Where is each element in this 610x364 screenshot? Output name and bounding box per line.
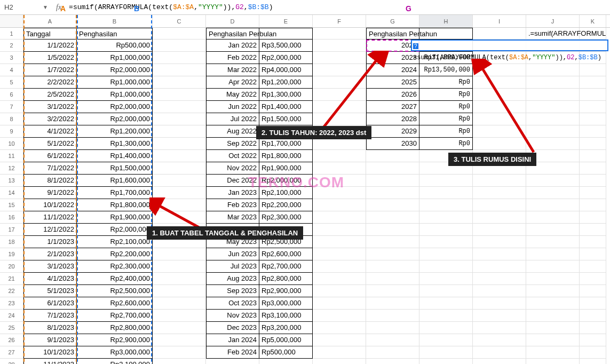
- cell-I21[interactable]: [473, 273, 526, 285]
- cell-K17[interactable]: [580, 224, 606, 236]
- cell-H25[interactable]: [419, 322, 473, 334]
- cell-D28[interactable]: [206, 359, 259, 364]
- cell-K15[interactable]: [580, 199, 606, 211]
- cell-A5[interactable]: 2/2/2022: [23, 76, 77, 89]
- cell-I18[interactable]: [473, 236, 526, 248]
- cell-B20[interactable]: Rp2,300,000: [77, 260, 153, 273]
- row-header-2[interactable]: 2: [0, 39, 23, 52]
- cell-C17[interactable]: [153, 224, 206, 236]
- cell-K7[interactable]: [580, 101, 606, 113]
- cell-E16[interactable]: Rp2,300,000: [259, 211, 313, 224]
- cell-D2[interactable]: Jan 2022: [206, 39, 259, 52]
- cell-H28[interactable]: [419, 359, 473, 364]
- cell-B28[interactable]: Rp3,100,000: [77, 359, 153, 364]
- col-header-C[interactable]: C: [153, 15, 206, 27]
- cell-C12[interactable]: [153, 162, 206, 175]
- cell-J22[interactable]: [526, 285, 580, 297]
- cell-E8[interactable]: Rp1,500,000: [259, 113, 313, 125]
- cell-I6[interactable]: [473, 89, 526, 101]
- cell-C23[interactable]: [153, 297, 206, 310]
- cell-C6[interactable]: [153, 89, 206, 101]
- cell-D27[interactable]: Feb 2024: [206, 346, 259, 359]
- cell-B7[interactable]: Rp2,000,000: [77, 101, 153, 113]
- cell-J19[interactable]: [526, 248, 580, 260]
- cell-B17[interactable]: Rp2,000,000: [77, 224, 153, 236]
- row-header-23[interactable]: 23: [0, 297, 23, 310]
- cell-D23[interactable]: Oct 2023: [206, 297, 259, 310]
- cell-J1[interactable]: .=sumif(ARRAYFORMUL: [526, 28, 580, 39]
- cell-G13[interactable]: [366, 175, 419, 187]
- cell-A17[interactable]: 12/1/2022: [23, 224, 77, 236]
- cell-C1[interactable]: [153, 28, 206, 39]
- cell-J9[interactable]: [526, 125, 580, 138]
- cell-B5[interactable]: Rp1,000,000: [77, 76, 153, 89]
- cell-F12[interactable]: [313, 162, 366, 175]
- cell-F9[interactable]: [313, 125, 366, 138]
- cell-C22[interactable]: [153, 285, 206, 297]
- cell-K5[interactable]: [580, 76, 606, 89]
- cell-I3[interactable]: [473, 52, 526, 64]
- cell-J11[interactable]: [526, 150, 580, 162]
- cell-B24[interactable]: Rp2,700,000: [77, 310, 153, 322]
- cell-E14[interactable]: Rp2,100,000: [259, 187, 313, 199]
- row-header-25[interactable]: 25: [0, 322, 23, 334]
- cell-G12[interactable]: [366, 162, 419, 175]
- cell-G1[interactable]: Penghasilan Pertahun: [366, 28, 419, 39]
- cell-H9[interactable]: Rp0: [419, 125, 473, 138]
- cell-I13[interactable]: [473, 175, 526, 187]
- cell-A22[interactable]: 5/1/2023: [23, 285, 77, 297]
- cell-E13[interactable]: Rp2,000,000: [259, 175, 313, 187]
- cell-C16[interactable]: [153, 211, 206, 224]
- row-header-6[interactable]: 6: [0, 89, 23, 101]
- cell-H8[interactable]: Rp0: [419, 113, 473, 125]
- cell-K22[interactable]: [580, 285, 606, 297]
- cell-C11[interactable]: [153, 150, 206, 162]
- cell-G20[interactable]: [366, 260, 419, 273]
- cell-H18[interactable]: [419, 236, 473, 248]
- cell-K20[interactable]: [580, 260, 606, 273]
- cell-K24[interactable]: [580, 310, 606, 322]
- cell-F23[interactable]: [313, 297, 366, 310]
- cell-J21[interactable]: [526, 273, 580, 285]
- row-header-9[interactable]: 9: [0, 125, 23, 138]
- cell-B18[interactable]: Rp2,100,000: [77, 236, 153, 248]
- cell-H6[interactable]: Rp0: [419, 89, 473, 101]
- cell-E25[interactable]: Rp3,200,000: [259, 322, 313, 334]
- cell-F26[interactable]: [313, 334, 366, 346]
- cell-F21[interactable]: [313, 273, 366, 285]
- row-header-4[interactable]: 4: [0, 64, 23, 76]
- cell-I12[interactable]: [473, 162, 526, 175]
- cell-D4[interactable]: Mar 2022: [206, 64, 259, 76]
- cell-F7[interactable]: [313, 101, 366, 113]
- cell-D11[interactable]: Oct 2022: [206, 150, 259, 162]
- cell-I20[interactable]: [473, 260, 526, 273]
- cell-C5[interactable]: [153, 76, 206, 89]
- cell-H16[interactable]: [419, 211, 473, 224]
- cell-B16[interactable]: Rp1,900,000: [77, 211, 153, 224]
- row-header-14[interactable]: 14: [0, 187, 23, 199]
- cell-D5[interactable]: Apr 2022: [206, 76, 259, 89]
- row-header-19[interactable]: 19: [0, 248, 23, 260]
- cell-D18[interactable]: May 2023: [206, 236, 259, 248]
- cell-J17[interactable]: [526, 224, 580, 236]
- cell-G2[interactable]: 2022: [366, 39, 419, 52]
- cell-A16[interactable]: 11/1/2022: [23, 211, 77, 224]
- cell-J18[interactable]: [526, 236, 580, 248]
- cell-C8[interactable]: [153, 113, 206, 125]
- cell-G7[interactable]: 2027: [366, 101, 419, 113]
- cell-E6[interactable]: Rp1,300,000: [259, 89, 313, 101]
- cell-J6[interactable]: [526, 89, 580, 101]
- cell-E9[interactable]: Rp1,600,000: [259, 125, 313, 138]
- cell-I2[interactable]: [473, 39, 526, 52]
- cell-F8[interactable]: [313, 113, 366, 125]
- cell-F27[interactable]: [313, 346, 366, 359]
- cell-I11[interactable]: [473, 150, 526, 162]
- cell-H14[interactable]: [419, 187, 473, 199]
- cell-I16[interactable]: [473, 211, 526, 224]
- cell-G16[interactable]: [366, 211, 419, 224]
- cell-K4[interactable]: [580, 64, 606, 76]
- cell-A4[interactable]: 1/7/2022: [23, 64, 77, 76]
- cell-D22[interactable]: Sep 2023: [206, 285, 259, 297]
- cell-K25[interactable]: [580, 322, 606, 334]
- cell-G19[interactable]: [366, 248, 419, 260]
